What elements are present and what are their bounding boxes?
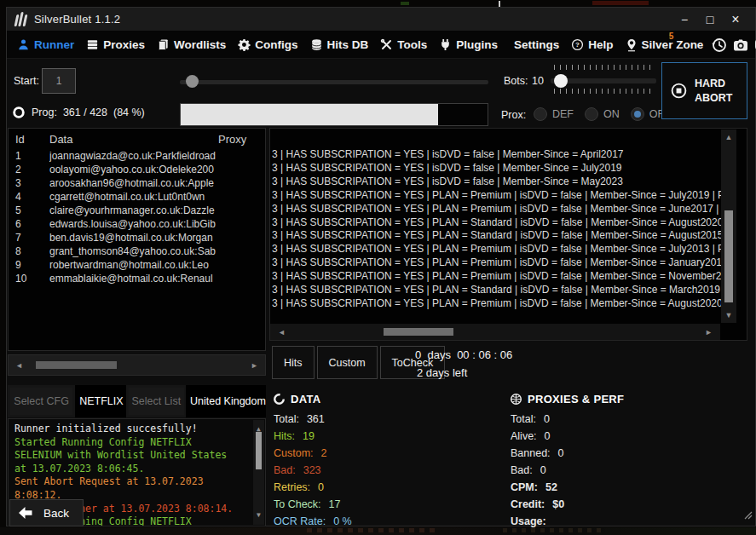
row-id: 7: [15, 231, 49, 244]
stat-value: 361: [307, 411, 325, 428]
table-row[interactable]: 10emmablaikie@hotmail.co.uk:Renaul: [9, 272, 265, 285]
menu-item-help[interactable]: ?Help: [565, 32, 619, 58]
hscroll-thumb[interactable]: [384, 328, 453, 336]
data-stats-panel: DATA Total:361Hits:19Custom:2Bad:323Retr…: [271, 386, 506, 526]
bots-value: 10: [532, 75, 544, 87]
runner-log-vscrollbar[interactable]: ▲ ▼: [253, 420, 264, 525]
hard-abort-button[interactable]: HARD ABORT: [661, 62, 747, 119]
tab-custom[interactable]: Custom: [317, 346, 378, 379]
stat-custom: Custom:2: [271, 445, 506, 462]
table-row[interactable]: 1joannagwiazda@co.uk:Parkfieldroad: [9, 149, 265, 163]
config-value[interactable]: NETFLIX S: [75, 385, 125, 417]
hscroll-thumb[interactable]: [36, 361, 117, 369]
prox-option-on[interactable]: ON: [585, 107, 620, 121]
select-cfg-dropdown[interactable]: Select CFG: [10, 388, 72, 415]
resize-grip-icon[interactable]: [742, 508, 753, 523]
close-button[interactable]: ×: [724, 10, 747, 29]
vscroll-thumb[interactable]: [256, 432, 262, 469]
results-log-line: 3 | HAS SUBSCRIPATION = YES | PLAN = Pre…: [272, 256, 728, 270]
minimize-button[interactable]: −: [673, 10, 695, 29]
start-slider-thumb[interactable]: [186, 75, 199, 88]
scroll-up-icon[interactable]: ▲: [721, 133, 736, 141]
start-slider[interactable]: [180, 72, 488, 91]
camera-icon[interactable]: [733, 37, 748, 53]
select-list-dropdown[interactable]: Select List: [129, 388, 184, 415]
results-vscrollbar[interactable]: ▲ ▼: [721, 129, 736, 323]
stat-value: $0: [552, 496, 564, 513]
results-log-line: 3 | HAS SUBSCRIPATION = YES | PLAN = Pre…: [272, 270, 728, 284]
results-log-line: 3 | HAS SUBSCRIPATION = YES | PLAN = Sta…: [272, 216, 728, 230]
scroll-right-icon[interactable]: ►: [251, 361, 258, 370]
runner-icon: [17, 38, 30, 51]
bots-slider-thumb[interactable]: [554, 74, 568, 88]
results-log-line: 3 | HAS SUBSCRIPATION = YES | PLAN = Pre…: [272, 243, 728, 256]
row-id: 1: [15, 149, 49, 163]
table-row[interactable]: 7ben.davis19@hotmail.co.uk:Morgan: [9, 231, 265, 244]
hits-db-icon: [310, 38, 323, 51]
row-data: ben.davis19@hotmail.co.uk:Morgan: [49, 231, 218, 244]
table-row[interactable]: 6edwards.louisa@yahoo.co.uk:LibGib: [9, 217, 265, 231]
table-row[interactable]: 2oolayomi@yahoo.co.uk:Odeleke200: [9, 163, 265, 176]
menu-item-configs[interactable]: Configs: [232, 32, 303, 58]
stat-hits: Hits:19: [271, 428, 506, 445]
menu-item-wordlists[interactable]: Wordlists: [151, 32, 232, 58]
stat-value: 0: [545, 428, 551, 445]
menu-item-plugins[interactable]: Plugins: [433, 32, 504, 58]
menu-item-proxies[interactable]: Proxies: [80, 32, 151, 58]
results-log-line: 3 | HAS SUBSCRIPATION = YES | PLAN = Sta…: [272, 284, 728, 297]
radio-label: ON: [603, 108, 620, 120]
stat-label: Bad:: [274, 462, 296, 479]
wordlist-table-hscrollbar[interactable]: ◄ ►: [8, 354, 266, 376]
table-row[interactable]: 5claire@yourhrmanager.co.uk:Dazzle: [9, 204, 265, 217]
column-header: Id: [15, 133, 49, 146]
stat-banned: Banned:0: [508, 445, 750, 462]
help-icon: ?: [571, 38, 584, 51]
scroll-left-icon[interactable]: ◄: [15, 361, 23, 370]
results-log-line: 3 | HAS SUBSCRIPATION = YES | PLAN = Pre…: [272, 203, 728, 216]
wordlist-value[interactable]: United Kingdom: [186, 385, 266, 417]
svg-text:?: ?: [575, 41, 580, 49]
scroll-right-icon[interactable]: ►: [705, 328, 713, 337]
vscroll-thumb[interactable]: [724, 210, 733, 302]
stat-value: 52: [545, 479, 557, 496]
bots-slider[interactable]: [551, 65, 656, 99]
maximize-button[interactable]: □: [699, 10, 721, 29]
menu-item-hits-db[interactable]: Hits DB: [304, 32, 375, 58]
menu-item-silver-zone[interactable]: Silver Zone5: [620, 32, 710, 58]
scroll-down-icon[interactable]: ▼: [253, 509, 264, 522]
proxies-panel-title: PROXIES & PERF: [528, 393, 624, 406]
prox-option-def[interactable]: DEF: [534, 107, 574, 121]
start-input[interactable]: [42, 68, 76, 94]
menu-item-label: Configs: [255, 38, 297, 51]
stat-label: Hits:: [274, 428, 295, 445]
table-row[interactable]: 4cgarrett@hotmail.co.uk:Lut0nt0wn: [9, 190, 265, 204]
runner-log-line: Runner initialized succesfully!: [14, 423, 250, 436]
history-icon[interactable]: [712, 37, 727, 53]
results-log-lines: 3 | HAS SUBSCRIPATION = YES | isDVD = fa…: [272, 148, 728, 311]
results-log-line: 3 | HAS SUBSCRIPATION = YES | PLAN = Sta…: [272, 229, 728, 243]
back-button[interactable]: Back: [9, 499, 84, 526]
config-row: Select CFG NETFLIX S Select List United …: [8, 385, 266, 417]
prog-value: 361 / 428 (84 %): [63, 106, 145, 118]
menu-item-tools[interactable]: Tools: [374, 32, 433, 58]
results-hscrollbar[interactable]: ◄ ►: [270, 324, 720, 340]
tab-hits[interactable]: Hits: [272, 346, 315, 379]
menu-item-settings[interactable]: Settings: [504, 32, 565, 58]
results-log-line: 3 | HAS SUBSCRIPATION = YES | isDVD = fa…: [272, 175, 728, 189]
row-data: robertwardman@hotmail.co.uk:Leo: [49, 258, 218, 272]
table-row[interactable]: 9robertwardman@hotmail.co.uk:Leo: [9, 258, 265, 272]
menu-item-label: Settings: [514, 38, 559, 51]
remaining-time: 2 days left: [417, 366, 467, 379]
menu-item-runner[interactable]: Runner: [11, 32, 80, 58]
table-row[interactable]: 3aroosakhan96@hotmail.co.uk:Apple: [9, 176, 265, 190]
menu-item-label: Tools: [397, 38, 427, 51]
results-log-panel: 3 | HAS SUBSCRIPATION = YES | isDVD = fa…: [269, 128, 747, 341]
scroll-down-icon[interactable]: ▼: [721, 311, 736, 319]
row-proxy: [218, 272, 265, 285]
scroll-left-icon[interactable]: ◄: [278, 328, 286, 337]
stat-ocrrate: OCR Rate:0 %: [271, 513, 506, 530]
stat-label: Bad:: [511, 462, 533, 479]
row-id: 4: [15, 190, 49, 204]
table-row[interactable]: 8grant_thomson84@yahoo.co.uk:Sab: [9, 244, 265, 258]
silverbullet-logo-icon: [15, 12, 26, 26]
